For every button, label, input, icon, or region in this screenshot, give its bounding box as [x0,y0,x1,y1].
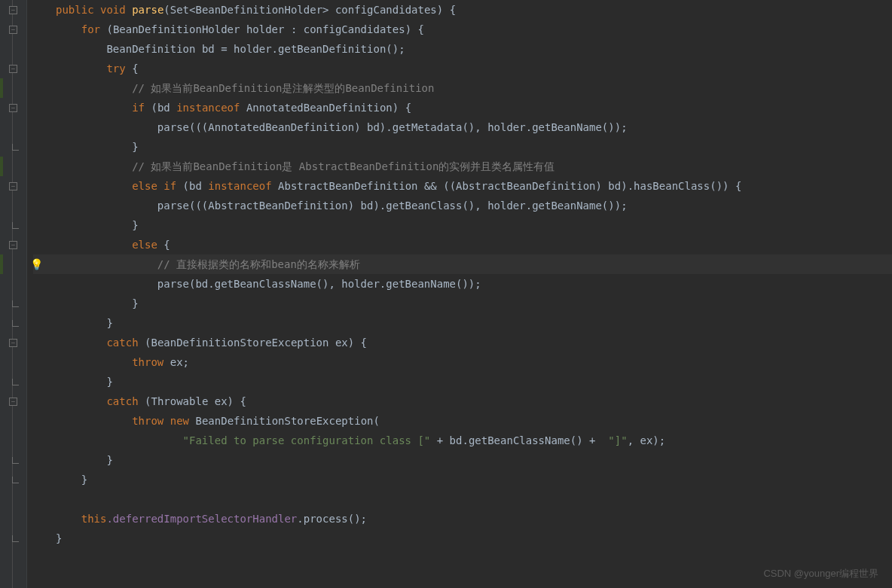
code-line: throw new BeanDefinitionStoreException( [33,411,892,431]
change-marker [0,157,3,176]
code-line: // 如果当前BeanDefinition是注解类型的BeanDefinitio… [33,78,892,98]
fold-end-icon [12,300,19,307]
fold-marker-icon[interactable]: − [9,339,17,347]
fold-end-icon [12,477,19,483]
code-line: // 如果当前BeanDefinition是 AbstractBeanDefin… [33,157,892,176]
code-line: "Failed to parse configuration class [" … [33,431,892,450]
code-line: } [33,529,892,548]
fold-marker-icon[interactable]: − [9,65,17,73]
fold-marker-icon[interactable]: − [9,398,17,406]
fold-end-icon [12,457,19,464]
code-line: if (bd instanceof AnnotatedBeanDefinitio… [33,98,892,117]
code-line: catch (Throwable ex) { [33,391,892,411]
code-line: } [33,137,892,157]
code-line: } [33,372,892,391]
watermark-text: CSDN @younger编程世界 [763,564,878,583]
code-line: parse(bd.getBeanClassName(), holder.getB… [33,274,892,294]
code-line: catch (BeanDefinitionStoreException ex) … [33,333,892,352]
code-content[interactable]: public void parse(Set<BeanDefinitionHold… [27,0,892,588]
bulb-icon[interactable]: 💡 [30,254,43,274]
code-line: public void parse(Set<BeanDefinitionHold… [33,0,892,20]
fold-marker-icon[interactable]: − [9,241,17,249]
code-editor: − − − − − − 💡 − − public void parse(Set<… [0,0,892,588]
code-line: else { [33,235,892,254]
code-line: try { [33,59,892,78]
code-line: parse(((AnnotatedBeanDefinition) bd).get… [33,117,892,137]
code-line-highlighted: // 直接根据类的名称和bean的名称来解析 [33,254,892,274]
code-line: } [33,313,892,333]
fold-end-icon [12,222,19,229]
code-line: } [33,470,892,489]
editor-gutter: − − − − − − 💡 − − [0,0,27,588]
code-line: for (BeanDefinitionHolder holder : confi… [33,20,892,39]
code-line: } [33,215,892,235]
change-marker [0,254,3,274]
code-line: else if (bd instanceof AbstractBeanDefin… [33,176,892,196]
change-marker [0,78,3,98]
code-line: } [33,450,892,470]
code-line: } [33,294,892,313]
fold-end-icon [12,320,19,327]
fold-marker-icon[interactable]: − [9,26,17,34]
code-line: parse(((AbstractBeanDefinition) bd).getB… [33,196,892,215]
fold-marker-icon[interactable]: − [9,6,17,14]
code-line [33,489,892,509]
fold-end-icon [12,535,19,542]
code-line: throw ex; [33,352,892,372]
code-line: BeanDefinition bd = holder.getBeanDefini… [33,39,892,59]
fold-marker-icon[interactable]: − [9,182,17,190]
fold-end-icon [12,144,19,151]
fold-marker-icon[interactable]: − [9,104,17,112]
fold-end-icon [12,379,19,385]
code-line: this.deferredImportSelectorHandler.proce… [33,509,892,529]
